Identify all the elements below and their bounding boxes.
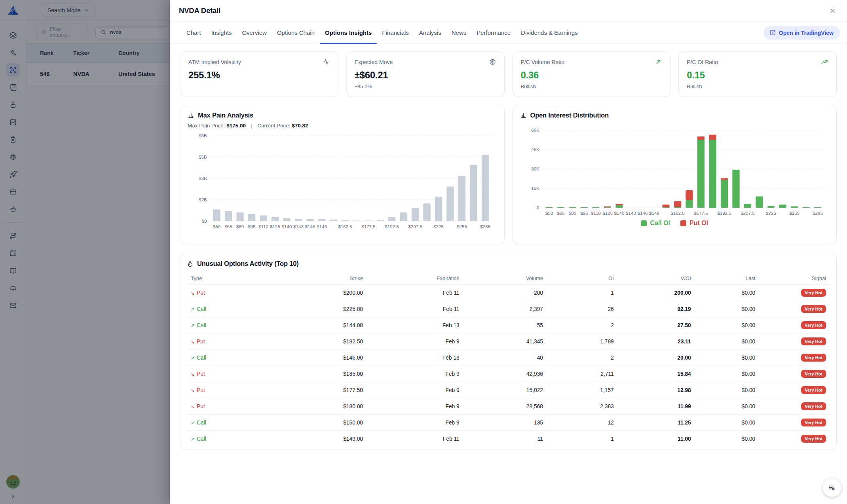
uoa-row: ↘Put$185.00Feb 942,9362,71115.84$0.00Ver… [187, 366, 830, 382]
oi-legend: Call OIPut OI [520, 220, 830, 227]
svg-text:$149: $149 [317, 224, 327, 229]
stat-value: 0.36 [521, 70, 663, 81]
svg-text:$0: $0 [202, 219, 207, 224]
svg-text:15K: 15K [531, 186, 539, 191]
svg-text:$140: $140 [614, 211, 624, 216]
stat-card-p-c-oi-ratio: P/C OI Ratio0.15Bullish [678, 51, 837, 97]
stat-card-expected-move: Expected Move±$60.21±85.0% [346, 51, 505, 97]
uoa-col-expiration: Expiration [367, 272, 463, 285]
open-in-tradingview-label: Open in TradingView [779, 30, 834, 36]
voi: 12.98 [618, 382, 695, 398]
open-interest-title: Open Interest Distribution [530, 112, 609, 119]
legend-swatch [680, 220, 686, 226]
last: $0.00 [695, 366, 760, 382]
uoa-col-volume: Volume [463, 272, 547, 285]
bar-chart-icon [520, 112, 527, 119]
target-icon [489, 58, 496, 66]
svg-text:$5B: $5B [199, 155, 207, 159]
svg-text:$225: $225 [766, 211, 776, 216]
arrow-down-right-icon: ↘ [191, 404, 195, 409]
flame-icon [187, 260, 194, 267]
uoa-row: ↗Call$225.00Feb 112,3972692.19$0.00Very … [187, 301, 830, 317]
strike: $182.50 [264, 333, 367, 350]
filter-settings-fab[interactable] [823, 479, 841, 497]
tab-chart[interactable]: Chart [181, 22, 206, 44]
stat-value: 0.15 [687, 70, 828, 81]
uoa-col-strike: Strike [264, 272, 367, 285]
volume: 40 [463, 350, 547, 366]
oi: 2,383 [547, 398, 618, 415]
option-type: ↘Put [191, 290, 205, 296]
max-pain-chart: $0$2B$3B$5B$6B$50$65$80$95$110$125$140$1… [188, 130, 497, 232]
modal-backdrop[interactable] [0, 0, 170, 504]
uoa-row: ↘Put$177.50Feb 915,0221,15712.98$0.00Ver… [187, 382, 830, 398]
max-pain-title: Max Pain Analysis [198, 112, 253, 119]
uoa-row: ↘Put$200.00Feb 112001200.00$0.00Very Hot [187, 285, 830, 301]
option-type: ↘Put [191, 371, 205, 377]
tab-news[interactable]: News [446, 22, 472, 44]
oi: 1,157 [547, 382, 618, 398]
svg-text:30K: 30K [531, 167, 539, 171]
stat-label: P/C Volume Ratio [521, 59, 565, 65]
open-interest-chart: 015K30K45K60K$50$65$80$95$110$125$140$14… [520, 125, 830, 219]
unusual-activity-card: Unusual Options Activity (Top 10) TypeSt… [180, 253, 837, 449]
svg-text:$140: $140 [282, 224, 292, 229]
svg-text:$2B: $2B [199, 197, 207, 202]
option-type: ↘Put [191, 404, 205, 409]
signal-badge: Very Hot [801, 386, 826, 394]
tab-insights[interactable]: Insights [206, 22, 237, 44]
svg-text:$50: $50 [545, 211, 553, 216]
option-type: ↗Call [191, 420, 206, 426]
last: $0.00 [695, 285, 760, 301]
voi: 11.00 [618, 431, 695, 447]
tab-overview[interactable]: Overview [237, 22, 272, 44]
stat-label: P/C OI Ratio [687, 59, 718, 65]
svg-text:$143: $143 [626, 211, 636, 216]
oi: 2 [547, 350, 618, 366]
expiration: Feb 9 [367, 382, 463, 398]
voi: 200.00 [618, 285, 695, 301]
svg-text:$50: $50 [213, 224, 220, 229]
expiration: Feb 9 [367, 415, 463, 431]
close-button[interactable] [827, 5, 838, 16]
arrow-up-right-icon [655, 58, 662, 66]
svg-text:$162.5: $162.5 [338, 224, 352, 229]
expiration: Feb 13 [367, 350, 463, 366]
expiration: Feb 11 [367, 285, 463, 301]
svg-text:$177.5: $177.5 [694, 211, 708, 216]
open-in-tradingview-button[interactable]: Open in TradingView [763, 26, 840, 40]
strike: $149.00 [264, 431, 367, 447]
signal-badge: Very Hot [801, 305, 826, 313]
svg-text:$255: $255 [457, 224, 467, 229]
svg-text:$80: $80 [568, 211, 576, 216]
volume: 55 [463, 317, 547, 333]
open-interest-card: Open Interest Distribution 015K30K45K60K… [513, 105, 837, 244]
tab-analysis[interactable]: Analysis [414, 22, 446, 44]
uoa-col-oi: OI [547, 272, 618, 285]
volume: 200 [463, 285, 547, 301]
svg-text:$95: $95 [248, 224, 255, 229]
close-icon [830, 8, 836, 14]
tab-options-insights[interactable]: Options Insights [320, 22, 377, 44]
tab-options-chain[interactable]: Options Chain [272, 22, 320, 44]
uoa-row: ↘Put$182.50Feb 941,3451,78923.11$0.00Ver… [187, 333, 830, 350]
tab-performance[interactable]: Performance [471, 22, 516, 44]
voi: 11.25 [618, 415, 695, 431]
voi: 23.11 [618, 333, 695, 350]
tab-financials[interactable]: Financials [377, 22, 414, 44]
stat-sub: ±85.0% [355, 83, 496, 89]
arrow-down-right-icon: ↘ [191, 371, 195, 377]
current-price: $70.82 [292, 123, 308, 129]
option-type: ↘Put [191, 339, 205, 345]
unusual-activity-table: TypeStrikeExpirationVolumeOIV/OILastSign… [187, 272, 830, 447]
svg-text:$285: $285 [480, 224, 490, 229]
stat-sub: Bullish [687, 83, 828, 89]
arrow-down-right-icon: ↘ [191, 388, 195, 393]
uoa-row: ↗Call$150.00Feb 91351211.25$0.00Very Hot [187, 415, 830, 431]
legend-swatch [641, 220, 647, 226]
nvda-detail-modal: NVDA Detail ChartInsightsOverviewOptions… [170, 0, 847, 504]
last: $0.00 [695, 333, 760, 350]
last: $0.00 [695, 317, 760, 333]
strike: $200.00 [264, 285, 367, 301]
tab-dividends-earnings[interactable]: Dividends & Earnings [516, 22, 583, 44]
